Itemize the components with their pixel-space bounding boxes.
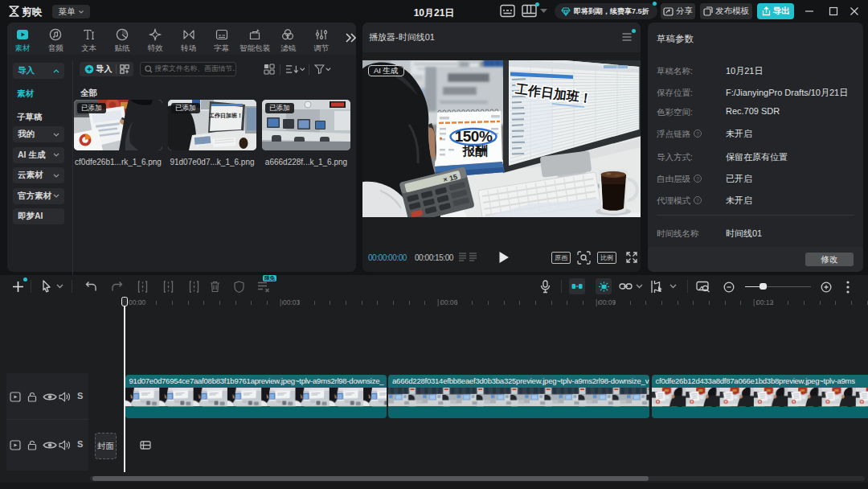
svg-text:报酬: 报酬 (462, 144, 489, 158)
svg-text:工作日加班！: 工作日加班！ (208, 113, 243, 119)
